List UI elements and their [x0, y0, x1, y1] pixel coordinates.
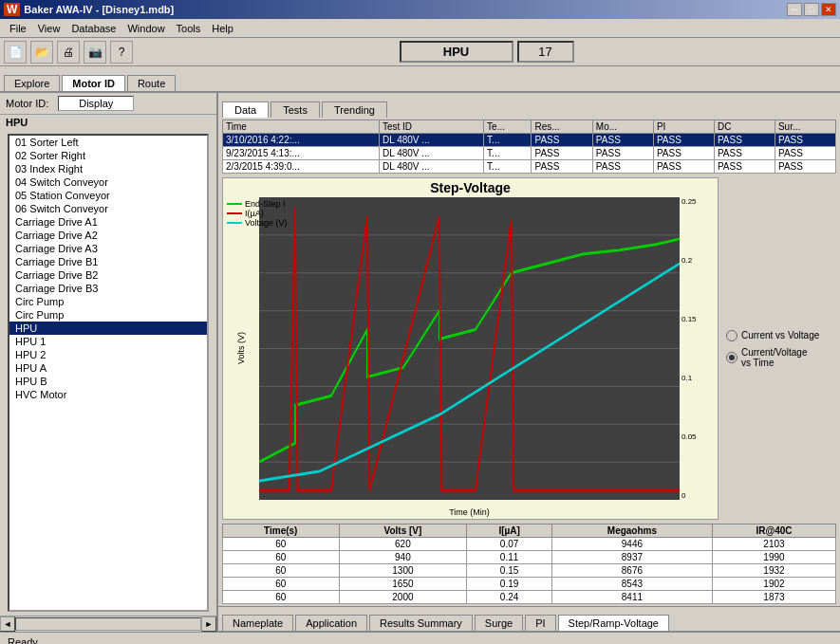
- table-row[interactable]: 6016500.1985431902: [223, 578, 836, 591]
- chart-legend: End-Step I I(µA) Voltage (V): [227, 199, 288, 228]
- right-tick-3: 0.15: [681, 315, 697, 323]
- list-item[interactable]: Circ Pump: [9, 295, 207, 308]
- grid-cell: 9446: [551, 538, 712, 551]
- tab-pi[interactable]: PI: [525, 615, 555, 631]
- tab-motor-id[interactable]: Motor ID: [62, 75, 125, 91]
- tab-application[interactable]: Application: [295, 615, 367, 631]
- list-item[interactable]: 03 Index Right: [9, 162, 207, 175]
- maximize-button[interactable]: □: [804, 3, 819, 16]
- grid-cell: 0.11: [467, 551, 552, 564]
- list-item[interactable]: HPU 1: [9, 335, 207, 348]
- list-item[interactable]: 06 Switch Conveyor: [9, 202, 207, 215]
- tab-explore[interactable]: Explore: [4, 75, 60, 91]
- new-button[interactable]: 📄: [4, 41, 27, 64]
- list-item[interactable]: Carriage Drive B3: [9, 282, 207, 295]
- list-item[interactable]: Circ Pump: [9, 308, 207, 322]
- grid-cell: 60: [223, 564, 340, 578]
- right-tick-6: 0: [681, 491, 685, 500]
- list-item[interactable]: 05 Station Conveyor: [9, 189, 207, 202]
- table-row[interactable]: 6020000.2484111873: [223, 591, 836, 604]
- grid-col-volts[interactable]: Volts [V]: [339, 524, 467, 538]
- list-item[interactable]: Carriage Drive B1: [9, 255, 207, 268]
- grid-cell: 60: [223, 551, 340, 564]
- right-y-axis: 0.25 0.2 0.15 0.1 0.05 0: [680, 197, 718, 500]
- table-row[interactable]: 2/3/2015 4:39:0...DL 480V ...T...PASSPAS…: [223, 160, 836, 174]
- open-button[interactable]: 📂: [30, 41, 53, 64]
- menu-window[interactable]: Window: [121, 21, 170, 36]
- tab-step-ramp[interactable]: Step/Ramp-Voltage: [558, 615, 669, 631]
- data-table: Time Test ID Te... Res... Mo... PI DC Su…: [222, 120, 836, 174]
- motor-list[interactable]: 01 Sorter Left02 Sorter Right03 Index Ri…: [8, 134, 209, 612]
- tab-data[interactable]: Data: [222, 101, 269, 118]
- list-item[interactable]: HPU 2: [9, 348, 207, 361]
- scroll-left[interactable]: ◄: [0, 616, 15, 632]
- right-tab-bar: Data Tests Trending: [218, 93, 840, 118]
- scroll-right[interactable]: ►: [201, 616, 216, 632]
- radio-current-voltage-time[interactable]: Current/Voltagevs Time: [726, 347, 832, 368]
- table-cell: PASS: [714, 134, 775, 147]
- grid-cell: 0.07: [467, 538, 552, 551]
- grid-cell: 8676: [551, 564, 712, 578]
- list-item[interactable]: Carriage Drive A1: [9, 215, 207, 229]
- tab-nameplate[interactable]: Nameplate: [222, 615, 293, 631]
- col-pi[interactable]: PI: [653, 120, 714, 134]
- tab-route[interactable]: Route: [127, 75, 176, 91]
- tab-trending[interactable]: Trending: [322, 101, 387, 118]
- menu-file[interactable]: File: [4, 21, 32, 36]
- col-time[interactable]: Time: [223, 120, 380, 134]
- menu-help[interactable]: Help: [206, 21, 239, 36]
- table-cell: 9/23/2015 4:13:...: [223, 147, 380, 160]
- help-icon[interactable]: ?: [110, 41, 133, 64]
- table-row[interactable]: 6013000.1586761932: [223, 564, 836, 578]
- col-sur[interactable]: Sur...: [775, 120, 835, 134]
- scrollbar-track-h[interactable]: [15, 617, 201, 631]
- table-row[interactable]: 606200.0794462103: [223, 538, 836, 551]
- menu-tools[interactable]: Tools: [171, 21, 207, 36]
- tab-tests[interactable]: Tests: [271, 101, 320, 118]
- list-item[interactable]: 02 Sorter Right: [9, 149, 207, 162]
- list-item[interactable]: HPU: [9, 322, 207, 335]
- list-item[interactable]: 04 Switch Conveyor: [9, 175, 207, 189]
- grid-col-megaohms[interactable]: Megaohms: [551, 524, 712, 538]
- grid-col-ir[interactable]: IR@40C: [712, 524, 835, 538]
- table-row[interactable]: 3/10/2016 4:22:...DL 480V ...T...PASSPAS…: [223, 134, 836, 147]
- grid-cell: 60: [223, 538, 340, 551]
- left-bottom-scrollbar[interactable]: ◄ ►: [0, 616, 216, 631]
- grid-col-time[interactable]: Time(s): [223, 524, 340, 538]
- list-item[interactable]: 01 Sorter Left: [9, 136, 207, 149]
- list-item[interactable]: HPU A: [9, 361, 207, 375]
- print-button[interactable]: 🖨: [57, 41, 80, 64]
- table-cell: PASS: [592, 134, 653, 147]
- legend-i: I(µA): [227, 209, 288, 218]
- toolbar-center: HPU 17: [137, 41, 836, 63]
- col-testid[interactable]: Test ID: [379, 120, 483, 134]
- y-axis-label: Volts (V): [236, 332, 246, 364]
- legend-voltage: Voltage (V): [227, 218, 288, 228]
- list-item[interactable]: Carriage Drive A2: [9, 229, 207, 242]
- list-item[interactable]: HPU B: [9, 375, 207, 388]
- table-row[interactable]: 9/23/2015 4:13:...DL 480V ...T...PASSPAS…: [223, 147, 836, 160]
- radio-label-2: Current/Voltagevs Time: [741, 347, 808, 368]
- list-item[interactable]: Carriage Drive B2: [9, 268, 207, 282]
- menu-database[interactable]: Database: [65, 21, 121, 36]
- col-res[interactable]: Res...: [532, 120, 592, 134]
- col-te[interactable]: Te...: [484, 120, 532, 134]
- grid-cell: 0.24: [467, 591, 552, 604]
- grid-cell: 1902: [712, 578, 835, 591]
- radio-current-voltage[interactable]: Current vs Voltage: [726, 330, 832, 341]
- menu-view[interactable]: View: [32, 21, 66, 36]
- camera-button[interactable]: 📷: [84, 41, 106, 64]
- grid-col-i[interactable]: I[µA]: [467, 524, 552, 538]
- col-dc[interactable]: DC: [714, 120, 775, 134]
- close-button[interactable]: ✕: [821, 3, 836, 16]
- minimize-button[interactable]: ─: [787, 3, 802, 16]
- table-row[interactable]: 609400.1189371990: [223, 551, 836, 564]
- tab-results-summary[interactable]: Results Summary: [369, 615, 473, 631]
- list-item[interactable]: Carriage Drive A3: [9, 242, 207, 255]
- right-tick-2: 0.2: [681, 256, 692, 265]
- tab-surge[interactable]: Surge: [475, 615, 523, 631]
- motor-id-display[interactable]: Display: [58, 96, 134, 111]
- right-tick-1: 0.25: [681, 197, 697, 206]
- list-item[interactable]: HVC Motor: [9, 388, 207, 401]
- col-mo[interactable]: Mo...: [592, 120, 653, 134]
